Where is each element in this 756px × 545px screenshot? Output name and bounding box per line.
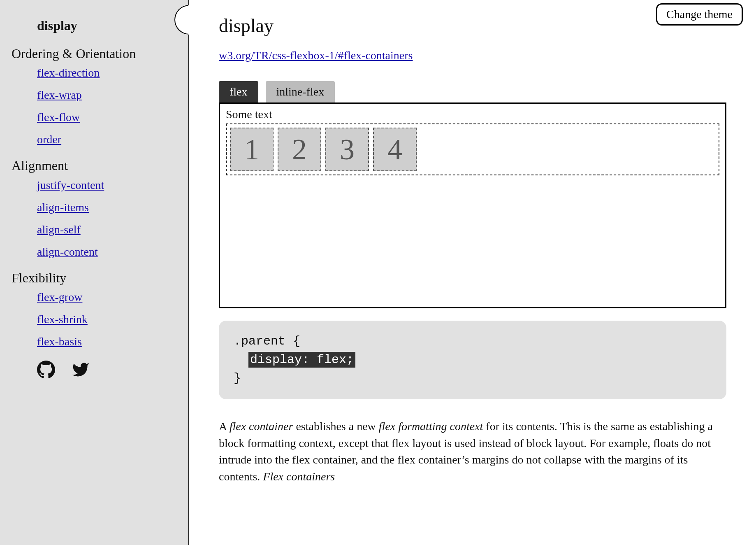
text: establishes a new (293, 420, 378, 433)
sidebar-section-heading: Alignment (12, 158, 177, 173)
sidebar-item-flex-grow[interactable]: flex-grow (37, 291, 177, 304)
sidebar-link[interactable]: order (37, 133, 61, 146)
sidebar-link[interactable]: flex-basis (37, 335, 82, 348)
demo-flex-child: 2 (278, 128, 321, 171)
sidebar: display Ordering & Orientation flex-dire… (0, 0, 189, 545)
demo-flex-child: 3 (325, 128, 369, 171)
sidebar-section-list: flex-grow flex-shrink flex-basis (12, 291, 177, 348)
demo-flex-child: 1 (230, 128, 274, 171)
sidebar-item-flex-basis[interactable]: flex-basis (37, 335, 177, 348)
demo-area: Some text 1 2 3 4 (219, 102, 726, 308)
github-icon (37, 361, 55, 379)
sidebar-section-list: flex-direction flex-wrap flex-flow order (12, 66, 177, 146)
tab-inline-flex[interactable]: inline-flex (266, 81, 335, 102)
twitter-link[interactable] (72, 361, 90, 380)
sidebar-item-align-self[interactable]: align-self (37, 223, 177, 236)
sidebar-link[interactable]: justify-content (37, 179, 104, 191)
sidebar-item-flex-wrap[interactable]: flex-wrap (37, 89, 177, 102)
sidebar-item-flex-direction[interactable]: flex-direction (37, 66, 177, 79)
sidebar-item-align-content[interactable]: align-content (37, 245, 177, 259)
sidebar-item-flex-flow[interactable]: flex-flow (37, 111, 177, 124)
text: A (219, 420, 230, 433)
explanation-paragraph: A flex container establishes a new flex … (219, 418, 726, 485)
sidebar-current-item[interactable]: display (37, 18, 177, 33)
emphasis: flex container (230, 420, 293, 433)
page-title: display (219, 15, 726, 37)
sidebar-section-heading: Ordering & Orientation (12, 46, 177, 61)
emphasis: flex formatting context (379, 420, 483, 433)
sidebar-link[interactable]: flex-shrink (37, 313, 88, 326)
sidebar-link[interactable]: flex-direction (37, 66, 100, 79)
main-content: Change theme display w3.org/TR/css-flexb… (189, 0, 756, 545)
emphasis: Flex containers (263, 470, 335, 483)
demo-flex-parent: 1 2 3 4 (226, 123, 719, 175)
code-highlight: display: flex; (248, 352, 355, 368)
social-links (12, 361, 177, 380)
sidebar-link[interactable]: flex-flow (37, 111, 80, 123)
demo-label: Some text (226, 108, 719, 121)
demo-flex-child: 4 (373, 128, 417, 171)
spec-link[interactable]: w3.org/TR/css-flexbox-1/#flex-containers (219, 49, 413, 62)
sidebar-section-heading: Flexibility (12, 270, 177, 286)
sidebar-item-flex-shrink[interactable]: flex-shrink (37, 313, 177, 326)
sidebar-item-order[interactable]: order (37, 133, 177, 146)
value-tabs: flex inline-flex (219, 81, 726, 102)
sidebar-link[interactable]: align-self (37, 223, 81, 236)
tab-flex[interactable]: flex (219, 81, 258, 102)
code-line: } (234, 371, 241, 385)
code-line: .parent { (234, 334, 300, 348)
sidebar-link[interactable]: flex-grow (37, 291, 82, 303)
github-link[interactable] (37, 361, 55, 380)
change-theme-button[interactable]: Change theme (656, 3, 743, 26)
sidebar-item-justify-content[interactable]: justify-content (37, 179, 177, 192)
code-block: .parent { display: flex; } (219, 321, 726, 399)
sidebar-link[interactable]: flex-wrap (37, 89, 82, 101)
sidebar-link[interactable]: align-items (37, 201, 89, 214)
sidebar-item-align-items[interactable]: align-items (37, 201, 177, 214)
twitter-icon (72, 361, 90, 379)
sidebar-link[interactable]: align-content (37, 245, 98, 258)
sidebar-section-list: justify-content align-items align-self a… (12, 179, 177, 259)
